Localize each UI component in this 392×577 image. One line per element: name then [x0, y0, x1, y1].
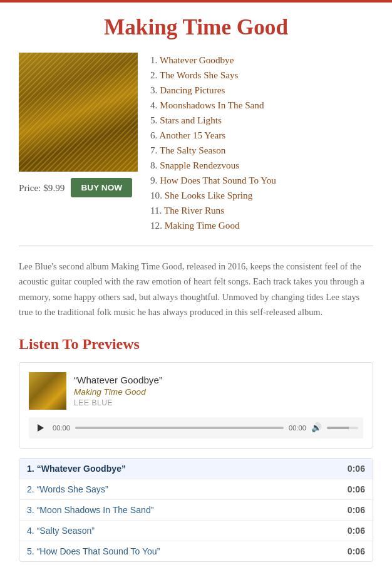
album-cover-container: Price: $9.99 BUY NOW — [19, 53, 138, 233]
preview-track-duration: 0:06 — [348, 546, 365, 556]
player-thumbnail — [29, 372, 66, 410]
play-icon — [38, 424, 44, 432]
album-section: Price: $9.99 BUY NOW 1. Whatever Goodbye… — [19, 53, 373, 233]
audio-player-card: “Whatever Goodbye” Making Time Good LEE … — [19, 362, 373, 449]
preview-track-name: 2. “Words She Says” — [27, 484, 108, 494]
preview-track-name: 4. “Salty Season” — [27, 526, 95, 536]
preview-track-duration: 0:06 — [348, 464, 365, 474]
time-current: 00:00 — [53, 424, 70, 432]
tracklist-item: 7. The Salty Season — [150, 143, 373, 158]
volume-icon[interactable]: 🔊 — [311, 422, 322, 433]
track-title: Whatever Goodbye — [160, 55, 234, 65]
track-title: The River Runs — [164, 205, 224, 216]
tracklist-item: 6. Another 15 Years — [150, 128, 373, 143]
play-button[interactable] — [34, 421, 48, 435]
previews-section-title: Listen To Previews — [19, 336, 373, 353]
player-info: “Whatever Goodbye” Making Time Good LEE … — [29, 372, 363, 410]
track-preview-item[interactable]: 2. “Words She Says” 0:06 — [19, 479, 373, 500]
track-number: 1. — [150, 55, 157, 65]
album-cover-image — [19, 53, 138, 172]
tracklist-item: 12. Making Time Good — [150, 218, 373, 233]
volume-slider[interactable] — [327, 427, 358, 429]
tracklist-item: 2. The Words She Says — [150, 68, 373, 83]
track-title: How Does That Sound To You — [160, 175, 276, 185]
price-label: Price: $9.99 — [19, 182, 64, 194]
track-number: 4. — [150, 100, 157, 110]
track-title: She Looks Like Spring — [165, 190, 252, 200]
tracklist-item: 4. Moonshadows In The Sand — [150, 98, 373, 113]
track-title: The Words She Says — [160, 70, 238, 80]
preview-track-name: 1. “Whatever Goodbye” — [27, 464, 126, 474]
price-value: $9.99 — [43, 182, 64, 193]
tracklist-item: 1. Whatever Goodbye — [150, 53, 373, 68]
preview-track-duration: 0:06 — [348, 526, 365, 536]
track-title: Making Time Good — [165, 220, 240, 231]
track-number: 11. — [150, 205, 162, 216]
tracklist: 1. Whatever Goodbye2. The Words She Says… — [150, 53, 373, 233]
time-duration: 00:00 — [289, 424, 306, 432]
preview-track-name: 3. “Moon Shadows In The Sand” — [27, 505, 153, 515]
track-title: Another 15 Years — [159, 130, 225, 140]
tracklist-item: 5. Stars and Lights — [150, 113, 373, 128]
tracklist-item: 11. The River Runs — [150, 203, 373, 218]
track-title: Snapple Rendezvous — [160, 160, 239, 170]
player-meta: “Whatever Goodbye” Making Time Good LEE … — [74, 375, 162, 407]
tracklist-item: 10. She Looks Like Spring — [150, 188, 373, 203]
page-title: Making Time Good — [19, 15, 373, 40]
track-title: The Salty Season — [160, 145, 225, 155]
tracklist-item: 8. Snapple Rendezvous — [150, 158, 373, 173]
track-number: 12. — [150, 220, 162, 231]
track-number: 5. — [150, 115, 157, 125]
track-number: 8. — [150, 160, 157, 170]
track-number: 7. — [150, 145, 157, 155]
track-title: Moonshadows In The Sand — [160, 100, 264, 110]
track-preview-list: 1. “Whatever Goodbye” 0:06 2. “Words She… — [19, 458, 373, 562]
buy-now-button[interactable]: BUY NOW — [71, 178, 132, 197]
preview-track-name: 5. “How Does That Sound To You” — [27, 546, 160, 556]
track-preview-item[interactable]: 1. “Whatever Goodbye” 0:06 — [19, 459, 373, 479]
player-controls: 00:00 00:00 🔊 — [29, 417, 363, 439]
player-album-name: Making Time Good — [74, 387, 162, 397]
preview-track-duration: 0:06 — [348, 505, 365, 515]
progress-bar[interactable] — [75, 427, 284, 429]
tracklist-item: 9. How Does That Sound To You — [150, 173, 373, 188]
tracklist-item: 3. Dancing Pictures — [150, 83, 373, 98]
track-number: 9. — [150, 175, 157, 185]
track-title: Dancing Pictures — [160, 85, 225, 95]
track-number: 2. — [150, 70, 157, 80]
track-preview-item[interactable]: 4. “Salty Season” 0:06 — [19, 521, 373, 541]
track-preview-item[interactable]: 5. “How Does That Sound To You” 0:06 — [19, 541, 373, 561]
player-track-name: “Whatever Goodbye” — [74, 375, 162, 385]
player-artist: LEE BLUE — [74, 398, 162, 407]
track-number: 10. — [150, 190, 162, 200]
album-description: Lee Blue's second album Making Time Good… — [19, 259, 373, 320]
price-buy-row: Price: $9.99 BUY NOW — [19, 178, 132, 197]
track-title: Stars and Lights — [160, 115, 222, 125]
album-cover — [19, 53, 138, 172]
track-number: 3. — [150, 85, 157, 95]
preview-track-duration: 0:06 — [348, 484, 365, 494]
section-divider — [19, 246, 373, 246]
track-preview-item[interactable]: 3. “Moon Shadows In The Sand” 0:06 — [19, 500, 373, 521]
track-number: 6. — [150, 130, 157, 140]
